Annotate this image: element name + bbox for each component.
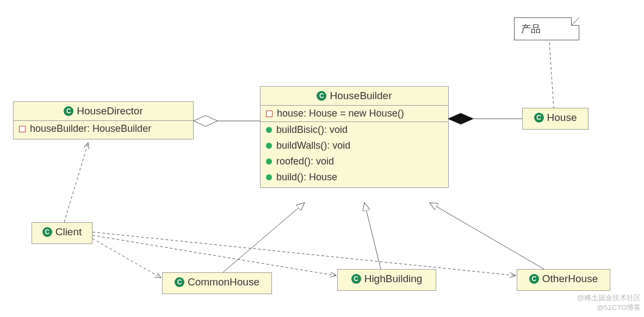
class-icon (534, 113, 544, 123)
class-title: CommonHouse (163, 273, 271, 291)
rel-client-high (92, 235, 336, 276)
rel-client-other (92, 232, 516, 276)
method-sig: buildWalls(): void (276, 140, 350, 151)
rel-note-house (549, 42, 554, 108)
class-house-builder: HouseBuilder house: House = new House() … (260, 86, 449, 186)
class-name: CommonHouse (188, 276, 259, 288)
class-name: HouseBuilder (330, 90, 392, 102)
class-icon (42, 227, 52, 237)
class-icon (317, 91, 326, 101)
method-row: roofed(): void (261, 154, 448, 169)
class-client: Client (32, 222, 92, 242)
class-name: Client (55, 226, 82, 238)
watermark-bottom: @51CTO博客 (597, 303, 641, 313)
class-icon (351, 274, 361, 284)
method-sig: roofed(): void (276, 156, 334, 167)
class-icon (175, 277, 184, 287)
rel-other-builder (430, 203, 544, 269)
method-row: buildWalls(): void (261, 138, 448, 154)
rel-client-common (92, 239, 161, 278)
public-icon (266, 174, 272, 180)
class-title: HighBuilding (338, 270, 436, 288)
class-high-building: HighBuilding (337, 269, 436, 289)
method-row: buildBisic(): void (261, 122, 448, 138)
method-sig: build(): House (276, 172, 337, 183)
class-house: House (522, 108, 589, 127)
field-row: house: House = new House() (261, 106, 448, 121)
watermark-top: @稀土掘金技术社区 (577, 293, 641, 303)
class-other-house: OtherHouse (517, 269, 610, 289)
class-name: House (547, 112, 577, 124)
class-title: HouseDirector (14, 102, 193, 120)
class-title: OtherHouse (517, 270, 610, 288)
method-sig: buildBisic(): void (276, 124, 348, 136)
class-icon (64, 106, 73, 116)
note-product: 产品 (514, 17, 579, 40)
class-name: HouseDirector (77, 105, 143, 117)
protected-icon (19, 126, 26, 132)
class-name: HighBuilding (364, 273, 423, 285)
field-row: houseBuilder: HouseBuilder (14, 121, 193, 137)
composition-diamond-icon (448, 113, 473, 124)
field-sig: houseBuilder: HouseBuilder (30, 123, 151, 135)
field-sig: house: House = new House() (277, 108, 404, 119)
note-label: 产品 (521, 23, 541, 34)
public-icon (266, 127, 272, 133)
class-house-director: HouseDirector houseBuilder: HouseBuilder (13, 101, 194, 137)
protected-icon (266, 111, 273, 117)
public-icon (266, 143, 272, 149)
class-title: House (523, 108, 588, 127)
class-common-house: CommonHouse (162, 272, 272, 292)
class-title: Client (32, 223, 92, 241)
class-name: OtherHouse (542, 273, 598, 285)
rel-client-director (64, 143, 88, 222)
class-title: HouseBuilder (261, 87, 448, 105)
rel-common-builder (223, 203, 305, 272)
rel-high-builder (364, 203, 381, 269)
uml-canvas: 产品 HouseDirector houseBuilder: HouseBuil… (0, 0, 644, 317)
public-icon (266, 158, 272, 164)
aggregation-diamond-icon (194, 115, 218, 126)
method-row: build(): House (261, 169, 448, 185)
class-icon (529, 274, 539, 284)
